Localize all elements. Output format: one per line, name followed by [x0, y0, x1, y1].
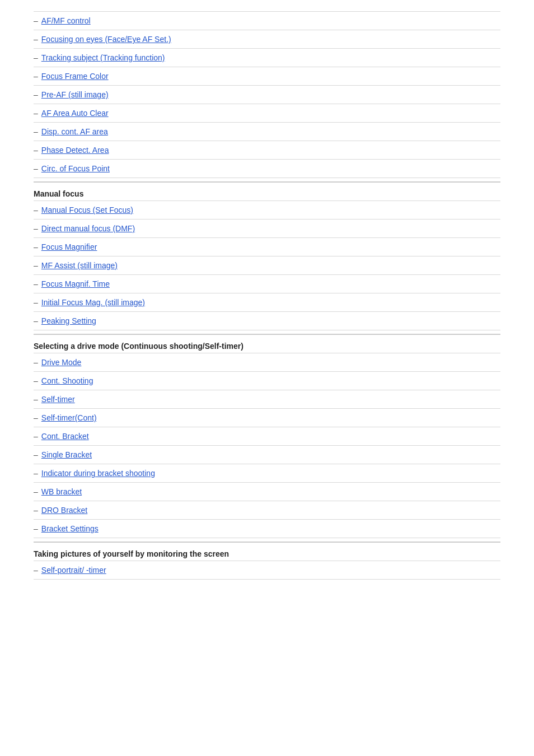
- list-item: – Focus Magnifier: [34, 238, 500, 256]
- dash-icon: –: [34, 376, 38, 385]
- list-item: – Focusing on eyes (Face/Eye AF Set.): [34, 30, 500, 49]
- dash-icon: –: [34, 224, 38, 233]
- list-item: – Tracking subject (Tracking function): [34, 49, 500, 67]
- dro-bracket-link[interactable]: DRO Bracket: [41, 506, 87, 515]
- list-item: – Cont. Bracket: [34, 427, 500, 446]
- dash-icon: –: [34, 109, 38, 118]
- self-portrait-title: Taking pictures of yourself by monitorin…: [34, 542, 500, 561]
- single-bracket-link[interactable]: Single Bracket: [41, 450, 92, 459]
- manual-focus-list: – Manual Focus (Set Focus) – Direct manu…: [34, 200, 500, 330]
- circ-focus-point-link[interactable]: Circ. of Focus Point: [41, 164, 110, 173]
- wb-bracket-link[interactable]: WB bracket: [41, 487, 82, 496]
- list-item: – Initial Focus Mag. (still image): [34, 293, 500, 312]
- dash-icon: –: [34, 35, 38, 44]
- cont-bracket-link[interactable]: Cont. Bracket: [41, 432, 89, 441]
- list-item: – Pre-AF (still image): [34, 86, 500, 104]
- list-item: – Bracket Settings: [34, 520, 500, 538]
- dash-icon: –: [34, 53, 38, 62]
- list-item: – Focus Magnif. Time: [34, 275, 500, 293]
- dash-icon: –: [34, 566, 38, 575]
- dash-icon: –: [34, 358, 38, 367]
- dash-icon: –: [34, 16, 38, 25]
- disp-cont-af-area-link[interactable]: Disp. cont. AF area: [41, 127, 108, 136]
- manual-focus-title: Manual focus: [34, 181, 500, 200]
- dash-icon: –: [34, 395, 38, 404]
- focus-magnif-time-link[interactable]: Focus Magnif. Time: [41, 279, 110, 288]
- dash-icon: –: [34, 279, 38, 288]
- list-item: – Disp. cont. AF area: [34, 123, 500, 141]
- cont-shooting-link[interactable]: Cont. Shooting: [41, 376, 93, 385]
- list-item: – Direct manual focus (DMF): [34, 220, 500, 238]
- list-item: – Indicator during bracket shooting: [34, 464, 500, 483]
- initial-focus-mag-link[interactable]: Initial Focus Mag. (still image): [41, 298, 145, 307]
- self-portrait-list: – Self-portrait/ -timer: [34, 561, 500, 580]
- phase-detect-area-link[interactable]: Phase Detect. Area: [41, 146, 109, 155]
- dash-icon: –: [34, 261, 38, 270]
- dash-icon: –: [34, 487, 38, 496]
- dash-icon: –: [34, 413, 38, 422]
- dash-icon: –: [34, 524, 38, 533]
- list-item: – Cont. Shooting: [34, 372, 500, 390]
- list-item: – AF/MF control: [34, 11, 500, 30]
- self-timer-cont-link[interactable]: Self-timer(Cont): [41, 413, 97, 422]
- self-timer-link[interactable]: Self-timer: [41, 395, 75, 404]
- direct-manual-focus-link[interactable]: Direct manual focus (DMF): [41, 224, 135, 233]
- self-portrait-timer-link[interactable]: Self-portrait/ -timer: [41, 566, 106, 575]
- list-item: – Self-timer(Cont): [34, 409, 500, 427]
- list-item: – Circ. of Focus Point: [34, 160, 500, 178]
- focus-frame-color-link[interactable]: Focus Frame Color: [41, 72, 109, 81]
- list-item: – Manual Focus (Set Focus): [34, 200, 500, 220]
- list-item: – AF Area Auto Clear: [34, 104, 500, 123]
- mf-assist-link[interactable]: MF Assist (still image): [41, 261, 118, 270]
- dash-icon: –: [34, 127, 38, 136]
- drive-mode-link[interactable]: Drive Mode: [41, 358, 82, 367]
- drive-mode-title: Selecting a drive mode (Continuous shoot…: [34, 334, 500, 353]
- dash-icon: –: [34, 164, 38, 173]
- list-item: – Peaking Setting: [34, 312, 500, 330]
- drive-mode-list: – Drive Mode – Cont. Shooting – Self-tim…: [34, 353, 500, 538]
- tracking-subject-link[interactable]: Tracking subject (Tracking function): [41, 53, 165, 62]
- drive-mode-section: Selecting a drive mode (Continuous shoot…: [34, 334, 500, 538]
- bracket-settings-link[interactable]: Bracket Settings: [41, 524, 99, 533]
- dash-icon: –: [34, 316, 38, 325]
- dash-icon: –: [34, 242, 38, 251]
- manual-focus-section: Manual focus – Manual Focus (Set Focus) …: [34, 181, 500, 330]
- dash-icon: –: [34, 506, 38, 515]
- list-item: – Focus Frame Color: [34, 67, 500, 86]
- main-container: – AF/MF control – Focusing on eyes (Face…: [0, 0, 534, 591]
- list-item: – Self-portrait/ -timer: [34, 561, 500, 580]
- dash-icon: –: [34, 469, 38, 478]
- focusing-eyes-link[interactable]: Focusing on eyes (Face/Eye AF Set.): [41, 35, 171, 44]
- list-item: – Drive Mode: [34, 353, 500, 372]
- dash-icon: –: [34, 146, 38, 155]
- manual-focus-set-link[interactable]: Manual Focus (Set Focus): [41, 206, 133, 214]
- list-item: – Single Bracket: [34, 446, 500, 464]
- dash-icon: –: [34, 206, 38, 214]
- list-item: – Self-timer: [34, 390, 500, 409]
- dash-icon: –: [34, 90, 38, 99]
- list-item: – DRO Bracket: [34, 501, 500, 520]
- focus-magnifier-link[interactable]: Focus Magnifier: [41, 242, 97, 251]
- list-item: – WB bracket: [34, 483, 500, 501]
- pre-af-link[interactable]: Pre-AF (still image): [41, 90, 109, 99]
- dash-icon: –: [34, 432, 38, 441]
- self-portrait-section: Taking pictures of yourself by monitorin…: [34, 542, 500, 580]
- list-item: – Phase Detect. Area: [34, 141, 500, 160]
- indicator-bracket-link[interactable]: Indicator during bracket shooting: [41, 469, 155, 478]
- dash-icon: –: [34, 72, 38, 81]
- af-area-auto-clear-link[interactable]: AF Area Auto Clear: [41, 109, 109, 118]
- dash-icon: –: [34, 450, 38, 459]
- af-mf-control-link[interactable]: AF/MF control: [41, 16, 91, 25]
- list-item: – MF Assist (still image): [34, 256, 500, 275]
- first-list: – AF/MF control – Focusing on eyes (Face…: [34, 11, 500, 178]
- peaking-setting-link[interactable]: Peaking Setting: [41, 316, 96, 325]
- dash-icon: –: [34, 298, 38, 307]
